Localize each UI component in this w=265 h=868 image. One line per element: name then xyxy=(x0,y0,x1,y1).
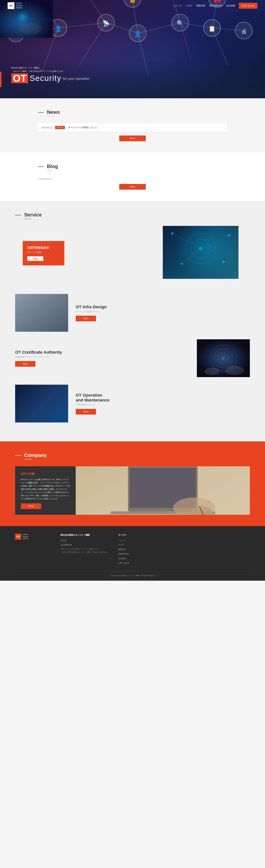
logo-text: InternetSecurityPlatform xyxy=(16,2,22,9)
blog-title: Blog xyxy=(47,164,58,169)
footer-defenxia-link[interactable]: DEFENXIA® xyxy=(118,553,129,555)
svg-point-67 xyxy=(225,366,244,375)
defenxia-image xyxy=(163,226,238,279)
news-section: News ニュース 2022.06.23 お知らせ ホームページを開設しました … xyxy=(0,98,265,153)
footer-blog-link[interactable]: ブログ xyxy=(118,544,124,546)
nav-blog[interactable]: ブログ xyxy=(186,4,192,7)
hero-title: OT Security for your operation xyxy=(11,73,89,83)
svg-text:👤: 👤 xyxy=(134,30,141,37)
news-date: 2022.06.23 xyxy=(42,126,52,129)
service-header: Service 事業内容 xyxy=(15,212,250,220)
svg-line-49 xyxy=(182,249,201,264)
hero-accent-bar xyxy=(0,72,1,87)
hero-for: for your operation xyxy=(63,77,89,81)
nav-links: ニュース ブログ 事業内容 DEFENXIA® 会社情報 お問い合わせ xyxy=(173,3,258,9)
defenxia-name: DEFENXIA® xyxy=(27,246,60,250)
footer-company-link[interactable]: 会社情報 xyxy=(118,557,126,559)
svg-point-51 xyxy=(171,232,174,235)
footer-bottom: © 2022 株式会社産業セキュリティ機構. All Rights Reserv… xyxy=(15,571,250,577)
svg-line-47 xyxy=(172,234,201,249)
ops-maintenance-sub: OT運用保守サービス xyxy=(76,403,250,406)
footer-company-name: 株式会社産業セキュリティ機構 xyxy=(60,534,107,536)
nav-news[interactable]: ニュース xyxy=(173,4,182,7)
list-item: 会社情報 xyxy=(118,557,130,560)
navigation: ISP InternetSecurityPlatform ニュース ブログ 事業… xyxy=(0,0,265,11)
contact-button[interactable]: お問い合わせ xyxy=(239,3,258,9)
infra-design-image xyxy=(15,294,68,332)
company-card-body: OTセキュリティを起業に実現するた め、ISPはファイアウォール機能の提供、ファ… xyxy=(21,478,70,500)
svg-rect-76 xyxy=(130,468,196,508)
cert-authority-row: OT Cretificate Authority OT認証局アウトソーシングサー… xyxy=(15,339,250,377)
ops-maintenance-image xyxy=(15,385,68,423)
defenxia-sub: OTインフラ基盤 xyxy=(27,251,60,254)
service-title: Service xyxy=(24,212,42,217)
blog-more-button[interactable]: More xyxy=(119,184,146,190)
list-item: ブログ xyxy=(118,543,130,546)
ops-maintenance-name: OT Operation and Maintenance xyxy=(76,393,250,403)
svg-line-48 xyxy=(201,235,229,249)
svg-point-54 xyxy=(222,261,224,263)
news-header: News ニュース xyxy=(38,110,227,118)
footer-col-service: サービス ニュース ブログ 事業内容 DEFENXIA® 会社情 xyxy=(118,534,130,565)
footer-contact-link[interactable]: お問い合わせ xyxy=(118,562,130,564)
company-card-left: ISPの活動 OTセキュリティを起業に実現するた め、ISPはファイアウォール機… xyxy=(15,466,76,515)
news-more-button[interactable]: More xyxy=(119,135,146,141)
svg-text:📡: 📡 xyxy=(102,20,110,27)
svg-text:🖨: 🖨 xyxy=(241,28,247,35)
footer-logo-icon: ISP xyxy=(15,534,21,540)
svg-rect-74 xyxy=(76,466,250,515)
footer-service-title: サービス xyxy=(118,534,130,536)
footer: ISP InternetSecurityPlatform 株式会社産業セキュリテ… xyxy=(0,526,265,581)
nav-company[interactable]: 会社情報 xyxy=(226,4,235,7)
nav-defenxia[interactable]: DEFENXIA® xyxy=(209,4,222,7)
footer-logo: ISP InternetSecurityPlatform xyxy=(15,534,49,540)
hero-ot: OT xyxy=(11,73,28,83)
infra-design-name: OT Infra Design xyxy=(76,305,250,309)
svg-point-53 xyxy=(181,262,183,265)
news-title-text: ホームページを開設しました xyxy=(68,126,98,129)
footer-address-link[interactable]: 所在地 xyxy=(60,539,66,541)
svg-point-72 xyxy=(20,14,26,20)
service-section: Service 事業内容 xyxy=(0,201,265,441)
list-item: 所在地 xyxy=(60,538,107,542)
company-title: Company xyxy=(24,453,47,458)
ops-maintenance-row: OT Operation and Maintenance OT運用保守サービス … xyxy=(15,385,250,423)
footer-company-detail-link[interactable]: 会社情報詳細 xyxy=(60,544,72,546)
svg-point-73 xyxy=(19,23,42,34)
blog-header-bar xyxy=(38,166,44,167)
infra-design-content: OT Infra Design OTインフラ設計サービス More xyxy=(76,305,250,321)
list-item: ニュース xyxy=(118,538,130,542)
defenxia-container: DEFENXIA® OTインフラ基盤 More xyxy=(15,226,250,290)
service-header-text: Service 事業内容 xyxy=(24,212,42,220)
cert-authority-content: OT Cretificate Authority OT認証局アウトソーシングサー… xyxy=(15,350,189,367)
list-item: 会社情報詳細 xyxy=(60,543,107,546)
svg-line-50 xyxy=(201,249,223,262)
footer-service-link[interactable]: 事業内容 xyxy=(118,548,126,551)
hero-text: 株式会社産業セキュリティ機構は 「ものづくり産業」へ安心安全なOTインフラをお届… xyxy=(11,66,89,83)
company-more-button[interactable]: More xyxy=(21,503,41,509)
news-title: News xyxy=(47,110,60,115)
ops-maintenance-more-button[interactable]: More xyxy=(76,409,96,414)
footer-news-link[interactable]: ニュース xyxy=(118,539,126,541)
news-header-bar xyxy=(38,112,44,113)
list-item: DEFENXIA® xyxy=(118,552,130,555)
company-section: Company 会社情報 ISPの活動 OTセキュリティを起業に実現するた め、… xyxy=(0,441,265,526)
svg-point-66 xyxy=(205,368,219,375)
svg-line-80 xyxy=(199,506,205,515)
footer-cols: 株式会社産業セキュリティ機構 所在地 会社情報詳細 詳細については会社情報ページ… xyxy=(60,534,250,565)
defenxia-card: DEFENXIA® OTインフラ基盤 More xyxy=(23,241,64,266)
list-item: お問い合わせ xyxy=(118,561,130,564)
company-header-text: Company 会社情報 xyxy=(24,453,47,461)
cert-authority-name: OT Cretificate Authority xyxy=(15,350,189,355)
service-subtitle: 事業内容 xyxy=(24,218,42,220)
news-subtitle: ニュース xyxy=(47,115,60,118)
blog-header: Blog ブログ xyxy=(38,164,227,172)
cert-authority-more-button[interactable]: More xyxy=(15,361,35,367)
infra-design-row: OT Infra Design OTインフラ設計サービス More xyxy=(15,294,250,332)
footer-logo-area: ISP InternetSecurityPlatform xyxy=(15,534,49,565)
infra-design-more-button[interactable]: More xyxy=(76,316,96,321)
nav-service[interactable]: 事業内容 xyxy=(196,4,205,7)
defenxia-more-button[interactable]: More xyxy=(27,256,43,261)
company-header-bar xyxy=(15,455,21,456)
svg-text:✓: ✓ xyxy=(221,355,226,361)
